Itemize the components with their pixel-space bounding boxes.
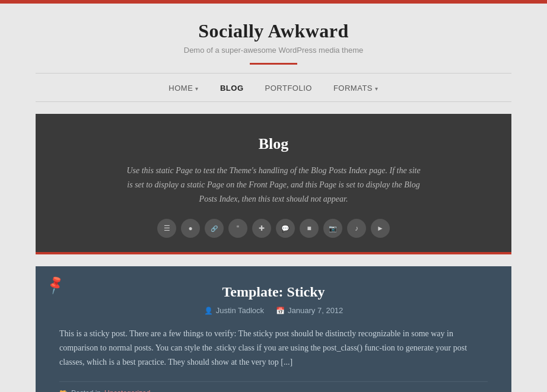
post-meta: 👤 Justin Tadlock 📅 January 7, 2012 (59, 306, 488, 315)
post-date: January 7, 2012 (288, 306, 343, 315)
image-icon-btn[interactable]: 📷 (323, 219, 342, 238)
site-tagline: Demo of a super-awesome WordPress media … (12, 46, 535, 55)
chat-icon: 💬 (281, 225, 290, 232)
audio-icon: ♪ (355, 224, 358, 232)
plus-icon-btn[interactable]: ✚ (252, 219, 271, 238)
link-icon: 🔗 (211, 225, 218, 232)
aside-icon-btn[interactable]: ☰ (157, 219, 176, 238)
posted-in-label: Posted in (71, 389, 101, 392)
format-icon-row: ☰ ● 🔗 “ ✚ 💬 ■ (71, 219, 476, 238)
gallery-icon: ► (377, 224, 384, 232)
author-meta: 👤 Justin Tadlock (204, 306, 264, 315)
status-icon-btn[interactable]: ● (181, 219, 200, 238)
nav-item-home[interactable]: HOME ▾ (168, 83, 199, 93)
post-title: Template: Sticky (59, 284, 488, 300)
quote-icon: “ (237, 224, 239, 232)
nav-link-blog[interactable]: BLOG (220, 84, 244, 93)
site-header: Socially Awkward Demo of a super-awesome… (0, 4, 547, 65)
post-footer: 📂 Posted in Uncategorized (59, 381, 488, 392)
nav-item-portfolio[interactable]: PORTFOLIO (265, 83, 312, 93)
video-icon: ■ (307, 224, 311, 232)
category-link[interactable]: Uncategorized (104, 389, 150, 392)
calendar-icon: 📅 (276, 307, 285, 315)
quote-icon-btn[interactable]: “ (228, 219, 247, 238)
blog-header-card: Blog Use this static Page to test the Th… (36, 114, 511, 254)
site-navigation: HOME ▾ BLOG PORTFOLIO FORMATS ▾ (36, 73, 511, 102)
author-icon: 👤 (204, 307, 213, 315)
gallery-icon-btn[interactable]: ► (371, 219, 390, 238)
nav-link-portfolio[interactable]: PORTFOLIO (265, 84, 312, 93)
sticky-post-card: 📌 Template: Sticky 👤 Justin Tadlock 📅 Ja… (36, 266, 511, 392)
tag-icon: 📂 (59, 389, 68, 392)
post-author: Justin Tadlock (216, 306, 264, 315)
date-meta: 📅 January 7, 2012 (276, 306, 343, 315)
status-icon: ● (188, 224, 192, 232)
nav-item-blog[interactable]: BLOG (220, 83, 244, 93)
plus-icon: ✚ (259, 224, 265, 232)
main-content: Blog Use this static Page to test the Th… (0, 102, 547, 392)
audio-icon-btn[interactable]: ♪ (347, 219, 366, 238)
nav-link-formats[interactable]: FORMATS ▾ (333, 84, 379, 93)
video-icon-btn[interactable]: ■ (300, 219, 319, 238)
site-title: Socially Awkward (12, 20, 535, 42)
blog-card-title: Blog (71, 135, 476, 153)
nav-item-formats[interactable]: FORMATS ▾ (333, 83, 379, 93)
header-divider (250, 63, 297, 65)
blog-card-description: Use this static Page to test the Theme's… (125, 164, 422, 206)
post-excerpt: This is a sticky post. There are a few t… (59, 327, 488, 369)
home-arrow-icon: ▾ (195, 85, 199, 92)
chat-icon-btn[interactable]: 💬 (276, 219, 295, 238)
link-icon-btn[interactable]: 🔗 (205, 219, 224, 238)
image-icon: 📷 (329, 225, 337, 232)
formats-arrow-icon: ▾ (375, 85, 379, 92)
aside-icon: ☰ (164, 224, 170, 232)
nav-link-home[interactable]: HOME ▾ (168, 84, 199, 93)
